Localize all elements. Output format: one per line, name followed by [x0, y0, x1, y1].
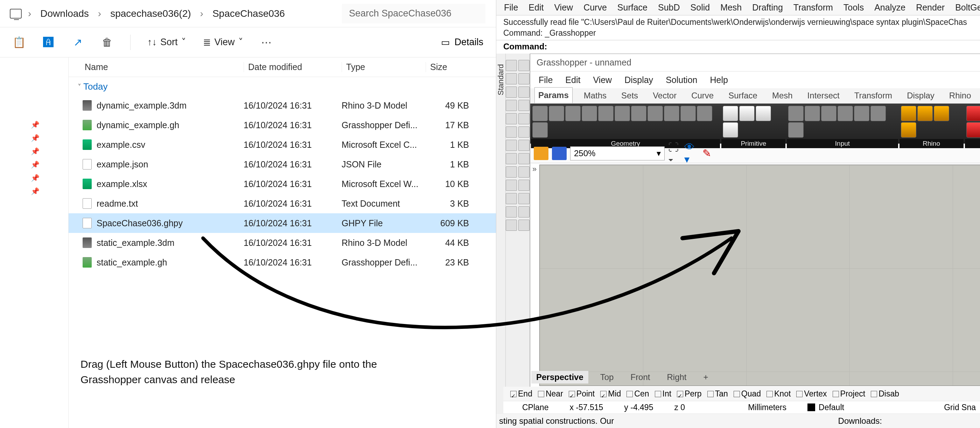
tool-icon[interactable] — [506, 113, 517, 125]
component-tab[interactable]: Params — [535, 87, 573, 103]
zoom-select[interactable]: 250%▾ — [570, 146, 665, 160]
menu-item[interactable]: View — [554, 2, 573, 13]
component-icon[interactable] — [582, 106, 597, 121]
component-tab[interactable]: Sets — [618, 88, 641, 103]
col-name[interactable]: Name — [68, 62, 243, 72]
component-icon[interactable] — [901, 122, 916, 137]
component-icon[interactable] — [901, 106, 916, 121]
menu-item[interactable]: Drafting — [752, 2, 783, 13]
chevron-right-icon[interactable]: › — [28, 8, 31, 19]
osnap-point[interactable]: Point — [569, 389, 595, 399]
menu-item[interactable]: Solution — [666, 75, 697, 85]
component-icon[interactable] — [532, 122, 548, 137]
component-tab[interactable]: Rhino — [946, 88, 975, 103]
component-tab[interactable]: Maths — [580, 88, 610, 103]
tool-icon[interactable] — [519, 113, 530, 125]
component-icon[interactable] — [805, 106, 820, 121]
tool-icon[interactable] — [506, 206, 517, 217]
osnap-perp[interactable]: Perp — [677, 389, 702, 399]
share-icon[interactable]: ↗ — [72, 36, 84, 49]
component-icon[interactable] — [739, 106, 755, 121]
breadcrumb-folder-1[interactable]: spacechase036(2) — [107, 6, 194, 21]
osnap-near[interactable]: Near — [538, 389, 563, 399]
col-date[interactable]: Date modified — [243, 62, 342, 72]
osnap-end[interactable]: End — [510, 389, 532, 399]
component-icon[interactable] — [549, 106, 564, 121]
component-icon[interactable] — [788, 122, 803, 137]
view-button[interactable]: ≣ View ˅ — [203, 37, 243, 48]
tool-icon[interactable] — [519, 193, 530, 204]
tool-icon[interactable] — [506, 73, 517, 85]
group-header-today[interactable]: ˅ Today — [68, 77, 496, 96]
component-icon[interactable] — [966, 106, 980, 121]
osnap-quad[interactable]: Quad — [733, 389, 761, 399]
tool-icon[interactable] — [506, 86, 517, 98]
tool-icon[interactable] — [506, 153, 517, 164]
component-icon[interactable] — [723, 122, 738, 137]
tool-icon[interactable] — [519, 220, 530, 231]
component-icon[interactable] — [565, 106, 581, 121]
chevron-right-icon[interactable]: › — [200, 8, 204, 19]
tool-icon[interactable] — [519, 153, 530, 164]
component-icon[interactable] — [697, 106, 712, 121]
component-tab[interactable]: Display — [904, 88, 938, 103]
file-row[interactable]: example.csv16/10/2024 16:31Microsoft Exc… — [68, 135, 496, 155]
component-icon[interactable] — [598, 106, 614, 121]
sort-button[interactable]: ↑↓ Sort ˅ — [147, 37, 186, 48]
menu-item[interactable]: Display — [624, 75, 653, 85]
component-icon[interactable] — [966, 122, 980, 137]
gh-title-bar[interactable]: Grasshopper - unnamed — [530, 54, 980, 72]
file-row[interactable]: SpaceChase036.ghpy16/10/2024 16:31GHPY F… — [68, 213, 496, 233]
component-icon[interactable] — [680, 106, 696, 121]
preview-icon[interactable]: 👁 ▾ — [684, 147, 697, 160]
gh-canvas[interactable] — [539, 164, 980, 386]
file-row[interactable]: static_example.gh16/10/2024 16:31Grassho… — [68, 252, 496, 272]
this-pc-icon[interactable] — [10, 9, 22, 19]
viewport-tab[interactable]: Right — [662, 371, 691, 383]
tool-icon[interactable] — [519, 100, 530, 111]
component-icon[interactable] — [917, 106, 933, 121]
tool-icon[interactable] — [506, 100, 517, 111]
component-tab[interactable]: Transform — [851, 88, 896, 103]
col-type[interactable]: Type — [342, 62, 426, 72]
menu-item[interactable]: File — [539, 75, 553, 85]
open-file-icon[interactable] — [534, 147, 549, 160]
details-pane-button[interactable]: ▭ Details — [441, 37, 484, 48]
menu-item[interactable]: Mesh — [720, 2, 741, 13]
component-icon[interactable] — [838, 106, 853, 121]
tool-icon[interactable] — [519, 180, 530, 191]
component-tab[interactable]: Surface — [725, 88, 761, 103]
menu-item[interactable]: Tools — [843, 2, 864, 13]
menu-item[interactable]: Help — [710, 75, 728, 85]
menu-item[interactable]: View — [593, 75, 612, 85]
component-icon[interactable] — [631, 106, 646, 121]
component-icon[interactable] — [870, 106, 886, 121]
tool-icon[interactable] — [506, 180, 517, 191]
component-icon[interactable] — [854, 106, 869, 121]
component-tab[interactable]: Curve — [688, 88, 717, 103]
tool-icon[interactable] — [506, 166, 517, 177]
paste-icon[interactable]: 📋 — [13, 36, 25, 49]
status-gridsnap[interactable]: Grid Sna — [944, 403, 976, 412]
file-row[interactable]: example.json16/10/2024 16:31JSON File1 K… — [68, 155, 496, 174]
breadcrumb-folder-2[interactable]: SpaceChase036 — [210, 6, 288, 21]
tool-icon[interactable] — [506, 126, 517, 137]
menu-item[interactable]: BoltGen — [955, 2, 980, 13]
component-tab[interactable]: Vector — [649, 88, 680, 103]
osnap-tan[interactable]: Tan — [707, 389, 728, 399]
chevron-right-icon[interactable]: › — [98, 8, 101, 19]
component-tab[interactable]: Intersect — [804, 88, 843, 103]
menu-item[interactable]: Surface — [617, 2, 648, 13]
tool-icon[interactable] — [519, 60, 530, 71]
component-icon[interactable] — [615, 106, 630, 121]
component-icon[interactable] — [788, 106, 803, 121]
tool-icon[interactable] — [519, 73, 530, 85]
file-row[interactable]: dynamic_example.3dm16/10/2024 16:31Rhino… — [68, 96, 496, 115]
tool-icon[interactable] — [519, 140, 530, 151]
zoom-extents-icon[interactable]: ⛶ ▾ — [668, 147, 681, 160]
osnap-cen[interactable]: Cen — [627, 389, 649, 399]
save-file-icon[interactable] — [552, 147, 566, 160]
rhino-sidebar-tab[interactable]: Standard — [496, 54, 506, 390]
tool-icon[interactable] — [519, 126, 530, 137]
viewport-tab[interactable]: Perspective — [531, 371, 589, 383]
